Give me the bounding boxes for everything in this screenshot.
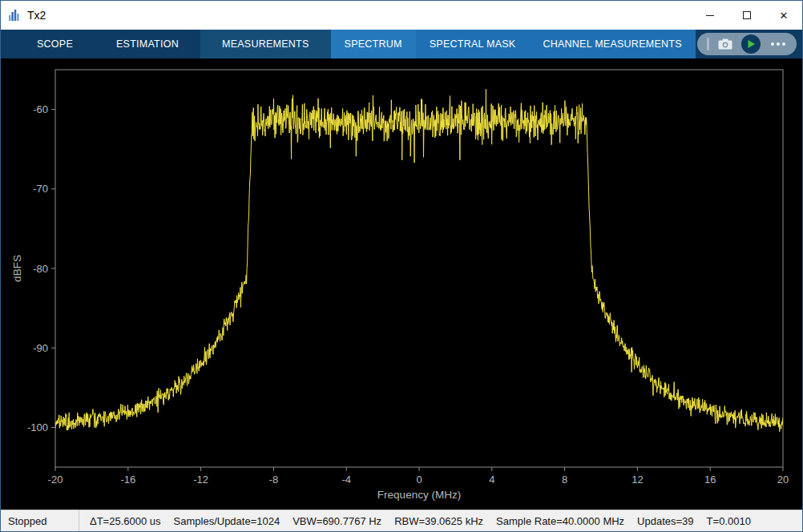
toolstrip: SCOPEESTIMATIONMEASUREMENTS SPECTRUMSPEC…	[1, 30, 802, 58]
y-tick-label: -90	[33, 342, 48, 354]
snapshot-icon[interactable]	[718, 38, 732, 50]
maximize-button[interactable]	[728, 1, 765, 30]
close-icon: ✕	[780, 10, 789, 21]
x-tick-label: -16	[120, 474, 135, 486]
status-metrics: ΔT=25.6000 usSamples/Update=1024VBW=690.…	[79, 515, 751, 527]
minimize-button[interactable]	[692, 1, 728, 30]
spectrum-plot: -20-16-12-8-4048121620-60-70-80-90-100Fr…	[1, 58, 802, 510]
status-bar: Stopped ΔT=25.6000 usSamples/Update=1024…	[1, 510, 802, 531]
spectrum-analyzer-window: Tx2 ✕ SCOPEESTIMATIONMEASUREMENTS SPECTR…	[0, 0, 803, 532]
minimize-icon	[706, 15, 714, 16]
spectrum-chart: -20-16-12-8-4048121620-60-70-80-90-100Fr…	[1, 58, 802, 510]
spectrum-trace	[55, 89, 783, 431]
y-tick-label: -100	[27, 421, 48, 433]
toolstrip-context-tabs: SPECTRUMSPECTRAL MASKCHANNEL MEASUREMENT…	[331, 30, 696, 58]
more-options-button[interactable]	[769, 42, 787, 46]
tab-channel-measurements[interactable]: CHANNEL MEASUREMENTS	[529, 30, 695, 58]
tab-estimation[interactable]: ESTIMATION	[95, 30, 200, 58]
quick-access-toolbar	[697, 33, 797, 55]
status-metric: Sample Rate=40.0000 MHz	[496, 515, 624, 527]
x-tick-label: 16	[704, 474, 716, 486]
status-metric: T=0.0010	[707, 515, 751, 527]
status-metric: VBW=690.7767 Hz	[293, 515, 381, 527]
status-metric: Updates=39	[637, 515, 693, 527]
x-axis-label: Frequency (MHz)	[377, 489, 461, 501]
toolstrip-right	[697, 30, 802, 58]
tab-measurements[interactable]: MEASUREMENTS	[200, 30, 331, 58]
window-title: Tx2	[27, 9, 46, 22]
y-tick-label: -80	[33, 263, 48, 275]
x-tick-label: -12	[193, 474, 208, 486]
title-bar: Tx2 ✕	[1, 1, 802, 30]
status-metric: ΔT=25.6000 us	[90, 515, 161, 527]
tab-spectrum[interactable]: SPECTRUM	[331, 30, 416, 58]
status-state: Stopped	[1, 515, 79, 527]
x-tick-label: -4	[341, 474, 351, 486]
tab-spectral-mask[interactable]: SPECTRAL MASK	[416, 30, 530, 58]
camera-icon	[718, 38, 732, 50]
tab-scope[interactable]: SCOPE	[15, 30, 95, 58]
y-axis-label: dBFS	[11, 255, 23, 282]
x-tick-label: 0	[416, 474, 422, 486]
x-tick-label: 20	[777, 474, 789, 486]
caption-buttons: ✕	[692, 1, 802, 30]
x-tick-label: -8	[269, 474, 279, 486]
run-button[interactable]	[741, 34, 761, 54]
x-tick-label: 12	[632, 474, 643, 486]
scope-app-icon-svg	[8, 9, 21, 22]
scope-app-icon	[8, 9, 21, 22]
close-button[interactable]: ✕	[765, 1, 802, 30]
x-tick-label: 8	[562, 474, 567, 486]
play-icon	[746, 39, 756, 49]
status-metric: Samples/Update=1024	[174, 515, 280, 527]
x-tick-label: 4	[489, 474, 494, 486]
y-tick-label: -70	[33, 183, 48, 195]
toolstrip-main-tabs: SCOPEESTIMATIONMEASUREMENTS	[15, 30, 331, 58]
y-tick-label: -60	[33, 103, 48, 115]
status-metric: RBW=39.0625 kHz	[394, 515, 483, 527]
maximize-icon	[743, 11, 751, 19]
toolbar-grip	[707, 38, 709, 50]
x-tick-label: -20	[48, 474, 63, 486]
